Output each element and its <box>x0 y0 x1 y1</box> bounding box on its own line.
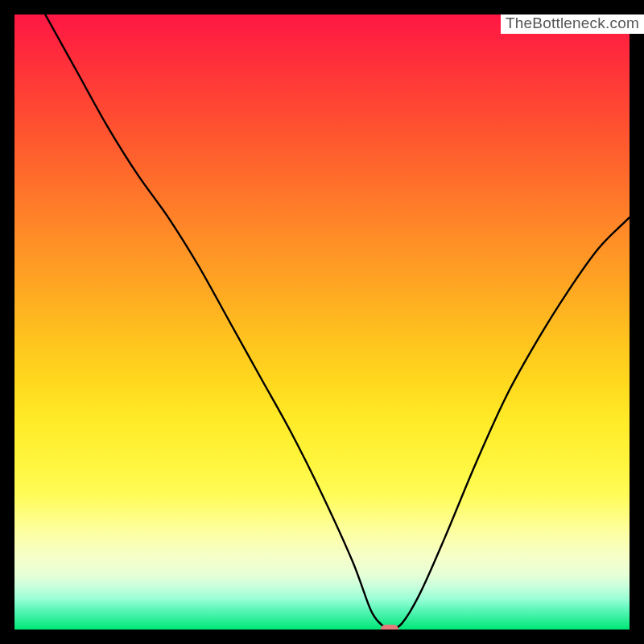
chart-frame: TheBottleneck.com <box>0 0 644 644</box>
plot-area <box>14 14 630 630</box>
watermark-label: TheBottleneck.com <box>501 14 644 34</box>
minimum-marker <box>381 625 398 630</box>
bottleneck-curve <box>14 14 630 630</box>
